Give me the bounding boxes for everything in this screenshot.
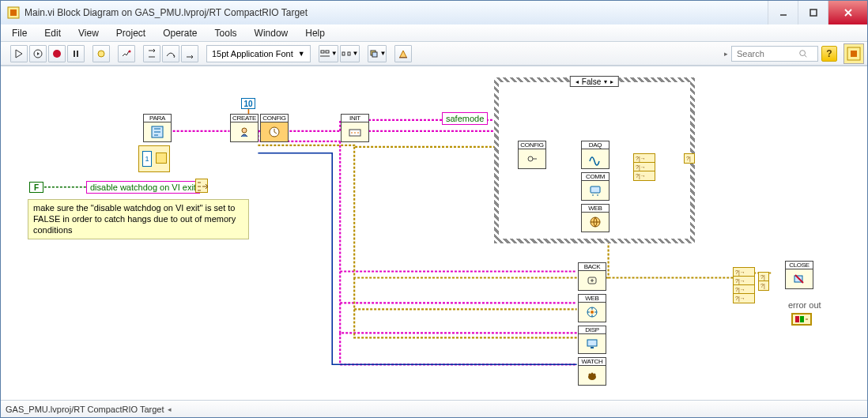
status-path: GAS_PMU.lvproj/RT CompactRIO Target [6, 405, 164, 414]
menubar: File Edit View Project Operate Tools Win… [1, 24, 867, 42]
menu-help[interactable]: Help [299, 26, 331, 40]
indicator-error-out-label: error out [788, 300, 821, 310]
run-continuous-button[interactable] [29, 45, 47, 62]
retain-wire-button[interactable] [118, 45, 135, 62]
menu-file[interactable]: File [6, 26, 33, 40]
subvi-daq-label: DAQ [582, 141, 609, 149]
svg-rect-17 [851, 51, 857, 57]
font-label: 15pt Application Font [212, 49, 293, 58]
reorder-button[interactable]: ▼ [368, 45, 387, 62]
svg-point-6 [98, 51, 104, 57]
build-cluster[interactable] [195, 179, 208, 193]
subvi-disp-label: DISP [579, 326, 606, 334]
subvi-para-label: PARA [144, 115, 171, 122]
svg-point-32 [591, 373, 594, 375]
svg-rect-9 [326, 51, 329, 53]
subvi-daq[interactable]: DAQ [581, 141, 609, 169]
svg-point-31 [589, 374, 591, 376]
menu-tools[interactable]: Tools [209, 26, 243, 40]
subvi-init[interactable]: INIT [341, 114, 369, 142]
bundle-outer[interactable]: ?|→?|→?|→?|→ [733, 267, 755, 303]
cluster-constant[interactable]: 1 [138, 145, 170, 172]
svg-point-27 [591, 311, 594, 314]
subvi-para[interactable]: PARA [143, 114, 172, 142]
run-button[interactable] [10, 45, 28, 62]
svg-rect-2 [810, 9, 817, 16]
subvi-disp[interactable]: DISP [578, 326, 606, 354]
svg-point-3 [53, 50, 61, 58]
case-next-icon[interactable]: ▸ [610, 78, 613, 85]
subvi-comm[interactable]: COMM [581, 172, 609, 201]
vi-icon[interactable] [843, 43, 864, 64]
merge-errors[interactable]: ?|?| [758, 272, 769, 291]
pause-button[interactable] [67, 45, 85, 62]
bundle-inner[interactable]: ?|→?|→?|→ [633, 153, 655, 181]
window-controls [768, 1, 867, 24]
step-out-button[interactable] [181, 45, 198, 62]
statusbar: GAS_PMU.lvproj/RT CompactRIO Target ◂ [1, 400, 867, 417]
subvi-watch[interactable]: WATCH [578, 357, 606, 386]
subvi-web-inner[interactable]: WEB [581, 204, 609, 232]
subvi-web[interactable]: WEB [578, 294, 606, 322]
comment-watchdog-note[interactable]: make sure the "disable watchdog on VI ex… [28, 199, 249, 239]
subvi-close[interactable]: CLOSE [785, 261, 813, 289]
subvi-config-timed[interactable]: CONFIG [260, 114, 289, 142]
svg-rect-28 [587, 340, 597, 346]
numeric-constant-10[interactable]: 10 [241, 98, 255, 109]
menu-edit[interactable]: Edit [38, 26, 67, 40]
search-wrap: ▸ ? [724, 43, 864, 64]
titlebar[interactable]: Main.vi Block Diagram on GAS_PMU.lvproj/… [1, 1, 867, 24]
string-constant-watchdog[interactable]: disable watchdog on VI exit [86, 181, 200, 194]
window-title: Main.vi Block Diagram on GAS_PMU.lvproj/… [25, 7, 768, 18]
highlight-exec-button[interactable] [92, 45, 110, 62]
case-structure[interactable]: ◂ False ▾ ▸ CONFIG DAQ COMM [491, 74, 698, 247]
case-prev-icon[interactable]: ◂ [576, 78, 579, 85]
subvi-config2[interactable]: CONFIG [518, 141, 546, 169]
close-button[interactable] [828, 1, 867, 24]
search-chevron-icon[interactable]: ▸ [724, 50, 728, 58]
search-icon [798, 49, 808, 58]
svg-rect-5 [77, 51, 78, 57]
svg-point-33 [594, 374, 596, 376]
minimize-button[interactable] [768, 1, 798, 24]
status-chevron-icon[interactable]: ◂ [168, 405, 172, 413]
subvi-back[interactable]: BACK [578, 262, 606, 291]
align-button[interactable]: ▼ [319, 45, 338, 62]
help-button[interactable]: ? [821, 46, 837, 62]
subvi-config-label: CONFIG [261, 115, 288, 122]
step-into-button[interactable] [143, 45, 160, 62]
svg-rect-8 [321, 51, 324, 53]
case-dropdown-icon[interactable]: ▾ [604, 78, 607, 85]
svg-point-22 [528, 156, 533, 161]
svg-point-7 [129, 50, 131, 52]
chevron-down-icon: ▼ [298, 50, 305, 58]
subvi-create[interactable]: CREATE [230, 114, 259, 142]
search-box[interactable] [731, 46, 818, 62]
svg-point-15 [800, 50, 806, 55]
toolbar: 15pt Application Font ▼ ▼ ▼ ▼ ▸ ? [1, 42, 867, 66]
block-diagram-canvas[interactable]: PARA 1 CREATE 10 CONFIG INIT [1, 66, 867, 400]
abort-button[interactable] [48, 45, 66, 62]
subvi-comm-label: COMM [582, 173, 609, 181]
subvi-web-inner-label: WEB [582, 205, 609, 213]
boolean-constant-false[interactable]: F [29, 182, 43, 193]
menu-view[interactable]: View [72, 26, 105, 40]
menu-window[interactable]: Window [248, 26, 295, 40]
distribute-button[interactable]: ▼ [340, 45, 360, 62]
menu-project[interactable]: Project [110, 26, 152, 40]
step-over-button[interactable] [162, 45, 179, 62]
string-constant-safemode[interactable]: safemode [442, 112, 488, 125]
search-input[interactable] [735, 48, 798, 59]
font-dropdown[interactable]: 15pt Application Font ▼ [206, 45, 311, 62]
indicator-error-out[interactable] [791, 313, 812, 326]
case-selector[interactable]: ◂ False ▾ ▸ [570, 76, 619, 87]
case-tunnel[interactable]: ?| [684, 153, 695, 164]
cleanup-button[interactable] [394, 45, 412, 62]
menu-operate[interactable]: Operate [157, 26, 203, 40]
subvi-create-label: CREATE [231, 115, 258, 122]
maximize-button[interactable] [798, 1, 828, 24]
case-value: False [582, 77, 601, 86]
svg-rect-14 [399, 57, 407, 58]
svg-rect-1 [10, 9, 17, 16]
labview-icon [7, 6, 20, 19]
